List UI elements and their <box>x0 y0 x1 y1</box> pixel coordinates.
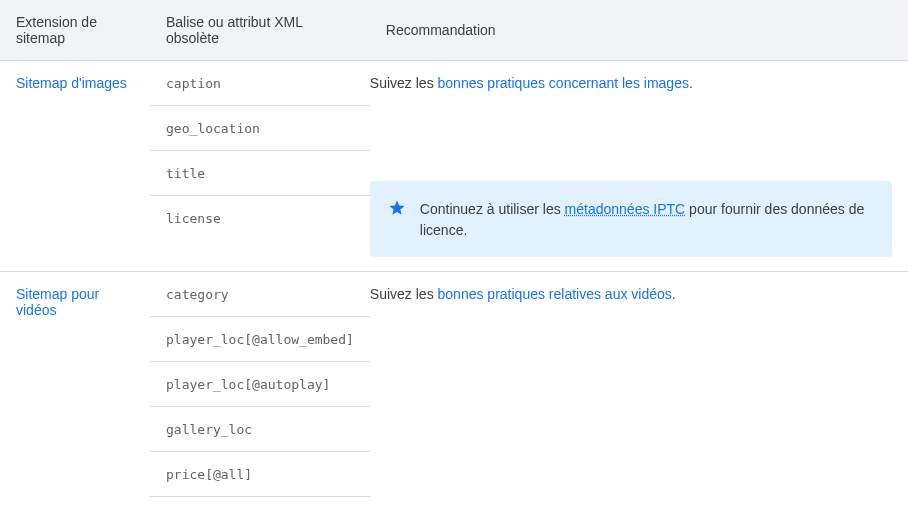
header-extension: Extension de sitemap <box>0 0 150 61</box>
deprecated-tag: player_loc[@autoplay] <box>150 362 370 407</box>
deprecated-tag: gallery_loc <box>150 407 370 452</box>
star-icon <box>388 199 406 217</box>
recommendation-link[interactable]: bonnes pratiques relatives aux vidéos <box>438 286 672 302</box>
recommendation-text: Suivez les bonnes pratiques concernant l… <box>370 75 892 91</box>
table-row: Sitemap d'imagescaptiongeo_locationtitle… <box>0 61 908 272</box>
table-row: Sitemap pour vidéoscategoryplayer_loc[@a… <box>0 272 908 506</box>
extension-link[interactable]: Sitemap d'images <box>16 75 127 91</box>
deprecated-tag: tvshow[@all] <box>150 497 370 505</box>
header-tag: Balise ou attribut XML obsolète <box>150 0 370 61</box>
deprecated-tag: license <box>150 196 370 240</box>
extension-link[interactable]: Sitemap pour vidéos <box>16 286 99 318</box>
deprecation-table: Extension de sitemap Balise ou attribut … <box>0 0 908 505</box>
deprecated-tag: geo_location <box>150 106 370 151</box>
info-note: Continuez à utiliser les métadonnées IPT… <box>370 181 892 257</box>
header-recommendation: Recommandation <box>370 0 908 61</box>
deprecated-tag: player_loc[@allow_embed] <box>150 317 370 362</box>
recommendation-link[interactable]: bonnes pratiques concernant les images <box>438 75 689 91</box>
note-link[interactable]: métadonnées IPTC <box>565 201 686 217</box>
deprecated-tag: caption <box>150 61 370 106</box>
deprecated-tag: category <box>150 272 370 317</box>
deprecated-tag: price[@all] <box>150 452 370 497</box>
recommendation-text: Suivez les bonnes pratiques relatives au… <box>370 286 892 302</box>
deprecated-tag: title <box>150 151 370 196</box>
